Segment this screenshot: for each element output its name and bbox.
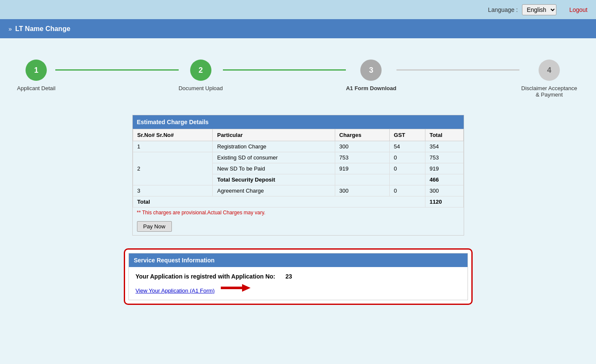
service-request-header: Service Request Information: [129, 253, 468, 267]
step-label-3: A1 Form Download: [346, 85, 396, 91]
view-application-container: View Your Application (A1 Form): [136, 283, 461, 294]
step-line-2-3: [223, 69, 346, 71]
col-gst: GST: [389, 129, 425, 141]
total-label: Total: [133, 196, 425, 208]
logout-button[interactable]: Logout: [569, 6, 587, 13]
step-circle-2: 2: [190, 60, 211, 81]
step-line-1-2: [55, 69, 178, 71]
cell-gst: 0: [389, 185, 425, 196]
cell-charges: 919: [335, 163, 389, 174]
svg-marker-0: [221, 284, 251, 292]
charge-details-table: Sr.No# Sr.No# Particular Charges GST Tot…: [133, 129, 464, 208]
header-nav: » LT Name Change: [0, 19, 596, 38]
app-registered-line: Your Application is registred with Appli…: [136, 273, 461, 280]
table-row: 3 Agreement Charge 300 0 300: [133, 185, 463, 196]
top-bar: Language : English Hindi Marathi Logout: [0, 0, 596, 19]
red-arrow-icon: [221, 283, 251, 294]
cell-charges: 300: [335, 185, 389, 196]
step-label-1: Applicant Detail: [17, 85, 55, 91]
cell-particular: Total Security Deposit: [213, 174, 335, 185]
cell-total: 753: [425, 152, 463, 163]
step-label-2: Document Upload: [179, 85, 223, 91]
page-title: LT Name Change: [15, 25, 71, 33]
stepper: 1 Applicant Detail 2 Document Upload 3 A…: [17, 60, 579, 98]
step-line-3-4: [396, 69, 519, 71]
charge-details-header: Estimated Charge Details: [133, 115, 464, 129]
application-number: 23: [285, 273, 292, 280]
cell-sr: 1: [133, 141, 213, 152]
provisional-note: ** This charges are provisional.Actual C…: [133, 208, 464, 218]
main-content: 1 Applicant Detail 2 Document Upload 3 A…: [0, 38, 596, 318]
pay-now-button[interactable]: Pay Now: [137, 221, 172, 232]
cell-charges: 753: [335, 152, 389, 163]
step-circle-3: 3: [360, 60, 382, 81]
service-request-body: Your Application is registred with Appli…: [129, 267, 468, 300]
nav-arrows-icon: »: [9, 26, 12, 32]
table-header-row: Sr.No# Sr.No# Particular Charges GST Tot…: [133, 129, 463, 141]
step-number-3: 3: [369, 66, 373, 75]
cell-particular: Agreement Charge: [213, 185, 335, 196]
cell-particular: Registration Charge: [213, 141, 335, 152]
language-label: Language :: [488, 6, 518, 13]
step-2: 2 Document Upload: [179, 60, 223, 91]
pay-now-container: Pay Now: [133, 218, 464, 235]
step-number-4: 4: [547, 66, 551, 75]
service-request-wrapper: Service Request Information Your Applica…: [124, 248, 473, 305]
step-3: 3 A1 Form Download: [346, 60, 396, 91]
view-application-link[interactable]: View Your Application (A1 Form): [136, 287, 215, 294]
cell-gst: 0: [389, 152, 425, 163]
step-circle-1: 1: [26, 60, 47, 81]
col-srno: Sr.No# Sr.No#: [133, 129, 213, 141]
col-charges: Charges: [335, 129, 389, 141]
step-circle-4: 4: [539, 60, 560, 81]
col-particular: Particular: [213, 129, 335, 141]
cell-total: 300: [425, 185, 463, 196]
total-value: 1120: [425, 196, 463, 208]
cell-sr: 2: [133, 152, 213, 185]
cell-charges: 300: [335, 141, 389, 152]
language-select[interactable]: English Hindi Marathi: [522, 4, 556, 15]
table-row: 2 Existing SD of consumer 753 0 753: [133, 152, 463, 163]
cell-total: 466: [425, 174, 463, 185]
cell-gst: 0: [389, 163, 425, 174]
registered-text: Your Application is registred with Appli…: [136, 273, 276, 280]
step-1: 1 Applicant Detail: [17, 60, 55, 91]
col-total: Total: [425, 129, 463, 141]
step-label-4: Disclaimer Acceptance & Payment: [519, 85, 579, 98]
step-number-2: 2: [199, 66, 203, 75]
cell-gst: [389, 174, 425, 185]
charge-details-section: Estimated Charge Details Sr.No# Sr.No# P…: [132, 115, 464, 236]
cell-total: 354: [425, 141, 463, 152]
service-request-box: Service Request Information Your Applica…: [128, 253, 468, 300]
cell-gst: 54: [389, 141, 425, 152]
cell-total: 919: [425, 163, 463, 174]
cell-particular: Existing SD of consumer: [213, 152, 335, 163]
cell-particular: New SD To be Paid: [213, 163, 335, 174]
step-4: 4 Disclaimer Acceptance & Payment: [519, 60, 579, 98]
step-number-1: 1: [34, 66, 38, 75]
total-row: Total 1120: [133, 196, 463, 208]
cell-charges: [335, 174, 389, 185]
cell-sr: 3: [133, 185, 213, 196]
table-row: 1 Registration Charge 300 54 354: [133, 141, 463, 152]
